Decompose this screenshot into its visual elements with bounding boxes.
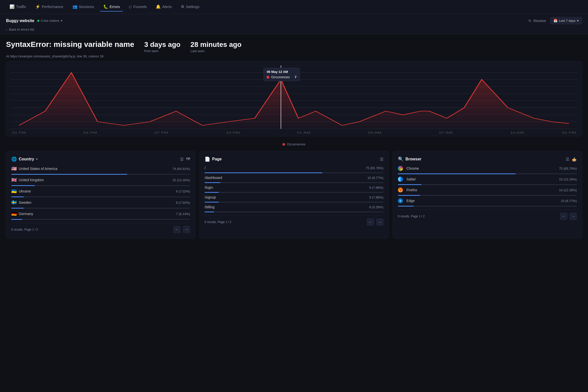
country-card-header: 🌐 Country ▾ ☰ 🗺 <box>11 156 190 162</box>
flag-icon: 🇺🇦 <box>11 188 17 194</box>
progress-bar-bg <box>205 172 383 173</box>
browser-prev-button[interactable]: ← <box>560 213 567 220</box>
browser-card-header: 🔍 Browser ☰ 🥧 <box>398 156 577 162</box>
data-row: /dashboard 10 (8.77%) <box>205 176 383 180</box>
resolve-button[interactable]: ↻ Resolve <box>528 19 546 23</box>
browser-name: Safari <box>406 177 416 181</box>
country-name: United Kingdom <box>19 178 44 182</box>
list-item: 🇺🇸 United States of America 74 (64.91%) <box>11 166 190 175</box>
progress-bar-fill <box>11 174 127 175</box>
page-count: 9 (7.89%) <box>369 186 383 189</box>
list-item: 🇩🇪 Germany 7 (6.14%) <box>11 211 190 220</box>
legend-dot <box>282 143 285 146</box>
country-next-button[interactable]: → <box>183 226 190 233</box>
list-item: Chrome 75 (65.79%) <box>398 166 577 174</box>
page-next-button[interactable]: → <box>376 219 383 226</box>
progress-bar-fill <box>205 192 219 193</box>
nav-settings[interactable]: ⚙ Settings <box>177 2 203 12</box>
date-range-button[interactable]: 📅 Last 7 days ▾ <box>550 17 582 24</box>
browser-rows: Chrome 75 (65.79%) Safari 15 (13.16%) 🦊 … <box>398 166 577 207</box>
back-to-errors-link[interactable]: ‹ Back to errors list <box>6 28 34 31</box>
list-item: 🇬🇧 United Kingdom 15 (13.16%) <box>11 177 190 186</box>
progress-bar-fill <box>398 184 421 185</box>
country-count: 8 (7.02%) <box>176 201 190 205</box>
browser-count: 14 (12.28%) <box>559 188 577 192</box>
browser-count: 10 (8.77%) <box>561 199 577 203</box>
list-item: /billing 6 (5.26%) <box>205 205 383 212</box>
data-row: e Edge 10 (8.77%) <box>398 198 577 203</box>
progress-bar-bg <box>11 174 190 175</box>
progress-bar-bg <box>398 206 577 207</box>
page-card: 📄 Page ☰ / 75 (65.79%) /dashboard 10 (8.… <box>199 151 389 238</box>
flag-icon: 🇩🇪 <box>11 211 17 217</box>
list-item: /login 9 (7.89%) <box>205 185 383 193</box>
progress-bar-fill <box>398 173 516 174</box>
nav-alerts[interactable]: 🔔 Alerts <box>152 2 175 12</box>
flag-icon: 🇸🇪 <box>11 200 17 205</box>
page-prev-button[interactable]: ← <box>367 219 374 226</box>
chart-icon[interactable]: 🥧 <box>572 157 577 162</box>
country-count: 7 (6.14%) <box>176 212 190 216</box>
error-section: SyntaxError: missing variable name 3 day… <box>0 34 588 61</box>
svg-text:01 PM: 01 PM <box>12 131 26 134</box>
browser-card: 🔍 Browser ☰ 🥧 Chrome 75 (65.79%) Safari <box>393 151 582 238</box>
country-card-actions: ☰ 🗺 <box>180 157 190 162</box>
list-item: 🇺🇦 Ukraine 8 (7.02%) <box>11 188 190 197</box>
progress-bar-fill <box>398 206 414 207</box>
country-card: 🌐 Country ▾ ☰ 🗺 🇺🇸 United States of Amer… <box>6 151 195 238</box>
live-dot <box>37 20 39 22</box>
nav-performance[interactable]: ⚡ Performance <box>32 2 67 12</box>
list-item: 🦊 Firefox 14 (12.28%) <box>398 187 577 196</box>
live-badge[interactable]: 0 live visitors ▾ <box>37 19 63 23</box>
progress-bar-fill <box>11 219 22 220</box>
data-row: Safari 15 (13.16%) <box>398 177 577 182</box>
list-icon[interactable]: ☰ <box>380 157 383 162</box>
progress-bar-fill <box>205 172 322 173</box>
browser-icon <box>398 166 403 171</box>
country-rows: 🇺🇸 United States of America 74 (64.91%) … <box>11 166 190 220</box>
chevron-left-icon: ‹ <box>6 28 7 31</box>
browser-name: Chrome <box>406 166 419 170</box>
svg-point-22 <box>278 78 283 81</box>
list-icon[interactable]: ☰ <box>180 157 184 162</box>
header-left: Buggy website 0 live visitors ▾ <box>6 19 63 23</box>
chevron-down-icon: ▾ <box>577 19 579 23</box>
progress-bar-bg <box>205 212 383 212</box>
page-count: 9 (7.89%) <box>369 195 383 199</box>
svg-marker-20 <box>19 72 569 129</box>
progress-bar-fill <box>11 208 24 209</box>
data-row: /signup 9 (7.89%) <box>205 195 383 199</box>
map-icon[interactable]: 🗺 <box>186 157 190 162</box>
nav-funnels[interactable]: ◇ Funnels <box>125 2 150 12</box>
progress-bar-bg <box>205 192 383 193</box>
country-pagination: ← → <box>174 226 190 233</box>
progress-bar-fill <box>205 182 220 183</box>
nav-traffic[interactable]: 📊 Traffic <box>6 2 30 12</box>
progress-bar-bg <box>398 195 577 196</box>
country-name: Ukraine <box>19 189 31 193</box>
progress-bar-bg <box>205 202 383 203</box>
progress-bar-fill <box>398 195 420 196</box>
svg-text:10 AM: 10 AM <box>510 131 524 134</box>
list-item: e Edge 10 (8.77%) <box>398 198 577 207</box>
browser-pagination: ← → <box>560 213 577 220</box>
last-seen-block: 28 minutes ago Last seen <box>191 41 242 53</box>
nav-errors[interactable]: 🐛 Errors <box>100 2 123 12</box>
country-card-footer: 6 results. Page 1 / 2 ← → <box>11 223 190 233</box>
list-icon[interactable]: ☰ <box>566 157 569 162</box>
data-row: /login 9 (7.89%) <box>205 185 383 189</box>
country-chevron-icon[interactable]: ▾ <box>36 157 38 161</box>
country-count: 8 (7.02%) <box>176 189 190 193</box>
nav-sessions[interactable]: 👥 Sessions <box>69 2 98 12</box>
country-card-title: 🌐 Country ▾ <box>11 156 38 162</box>
error-chart: 0 2 4 6 8 10 12 14 16 18 01 PM 04 PM 07 … <box>6 61 582 136</box>
browser-icon: e <box>398 198 403 203</box>
page-path: /dashboard <box>205 176 222 180</box>
breadcrumb: ‹ Back to errors list <box>0 26 588 34</box>
error-title-block: SyntaxError: missing variable name <box>6 40 134 49</box>
country-prev-button[interactable]: ← <box>174 226 181 233</box>
browser-next-button[interactable]: → <box>570 213 577 220</box>
page-card-footer: 6 results. Page 1 / 2 ← → <box>205 215 383 226</box>
data-row: 🇺🇸 United States of America 74 (64.91%) <box>11 166 190 171</box>
calendar-icon: 📅 <box>553 19 557 23</box>
